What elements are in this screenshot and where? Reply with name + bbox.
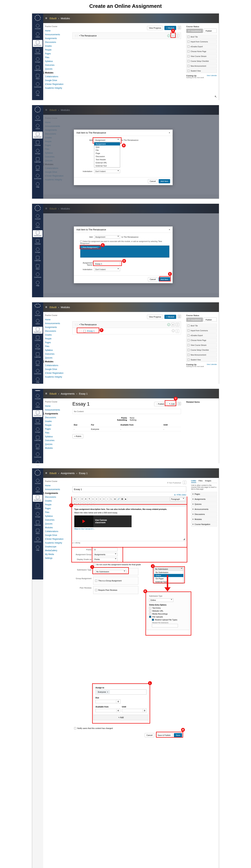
type-option[interactable]: Page <box>94 152 120 155</box>
status-item[interactable]: Course Setup Checklist <box>186 59 217 63</box>
type-dropdown: Assignment Quiz File Page Discussion Tex… <box>94 142 120 167</box>
links-item[interactable]: Quizzes <box>191 502 217 506</box>
cancel-button[interactable]: Cancel <box>145 733 154 737</box>
modules-kebab-icon[interactable]: ⋮ <box>178 26 181 29</box>
links-item[interactable]: Assignments <box>191 497 217 501</box>
page-title: Create an Online Assignment <box>0 0 251 13</box>
tab-files[interactable]: Files <box>198 479 202 483</box>
status-item[interactable]: View Course Stream <box>186 54 217 58</box>
type-option[interactable]: Discussion <box>94 155 120 158</box>
link-icon[interactable]: 🔗 <box>117 497 120 500</box>
cn-discussions[interactable]: Discussions <box>45 41 67 43</box>
type-select[interactable]: Assignment <box>94 235 120 239</box>
canvas-logo-icon[interactable] <box>35 15 41 21</box>
cn-gdrive[interactable]: Google Drive <box>45 79 67 82</box>
nav-account[interactable]: Account <box>33 23 42 30</box>
underline-icon[interactable]: U <box>81 497 84 500</box>
view-calendar-link[interactable]: View Calendar <box>207 75 217 77</box>
coming-up-text: Nothing for the next week <box>186 77 217 79</box>
italic-icon[interactable]: I <box>77 497 80 500</box>
links-item[interactable]: Pages <box>191 492 217 496</box>
module-kebab-icon[interactable]: ⋮ <box>176 34 179 37</box>
cn-people[interactable]: People <box>45 49 67 51</box>
assignment-title-input[interactable] <box>72 487 186 492</box>
cn-syllabus[interactable]: Syllabus <box>45 60 67 62</box>
status-item[interactable]: Import from Commons <box>186 39 217 44</box>
view-progress-button[interactable]: View Progress <box>147 26 163 30</box>
notify-checkbox[interactable] <box>74 727 76 729</box>
cn-integrity[interactable]: Academic Integrity <box>45 87 67 89</box>
crumb-modules[interactable]: Modules <box>61 17 70 20</box>
type-option[interactable]: File <box>94 149 120 152</box>
callout-b: B <box>122 144 126 147</box>
group-checkbox[interactable] <box>95 580 97 582</box>
crumb-course[interactable]: Educ8 <box>50 17 57 20</box>
cn-iclicker[interactable]: iClicker Registration <box>45 83 67 85</box>
cn-quizzes[interactable]: Quizzes <box>45 68 67 70</box>
tab-links[interactable]: Links <box>191 479 196 483</box>
media-icon[interactable]: ▶ <box>124 497 127 500</box>
nav-admin[interactable]: Admin <box>33 32 42 38</box>
cancel-button[interactable]: Cancel <box>148 179 158 183</box>
indent-select[interactable]: Don't Indent <box>94 169 120 173</box>
cancel-button[interactable]: Cancel <box>148 277 158 281</box>
cn-pages[interactable]: Pages <box>45 53 67 55</box>
publish-button[interactable]: ○Publish <box>154 402 166 406</box>
links-item[interactable]: Announcements <box>191 507 217 512</box>
html-editor-link[interactable]: 🗎HTML Editor <box>174 494 186 496</box>
callout-g: G <box>174 397 178 401</box>
cn-modules[interactable]: Modules <box>43 71 67 74</box>
cn-collab[interactable]: Collaborations <box>45 75 67 78</box>
nav-commons[interactable]: Commons <box>33 82 42 89</box>
nav-groups[interactable]: Groups <box>33 57 42 64</box>
indent-label: Indentation: <box>77 170 93 173</box>
type-option[interactable]: External URL <box>94 161 120 164</box>
type-option[interactable]: Assignment <box>94 142 120 146</box>
status-item[interactable]: New Announcement <box>186 64 217 68</box>
bold-icon[interactable]: B <box>73 497 76 500</box>
close-icon[interactable]: × <box>169 131 170 134</box>
type-option[interactable]: Quiz <box>94 146 120 149</box>
plus-icon <box>187 36 190 38</box>
indent-select[interactable]: Don't Indent <box>94 268 120 271</box>
image-icon[interactable]: 🖼 <box>121 497 124 500</box>
status-item[interactable]: eGrades Export <box>186 44 217 49</box>
nocount-checkbox[interactable] <box>93 563 95 566</box>
links-item[interactable]: Discussions <box>191 512 217 517</box>
canvas-logo-icon[interactable] <box>35 106 41 113</box>
drag-icon[interactable]: ⋮⋮ <box>74 35 78 37</box>
color-icon[interactable]: A <box>84 497 87 500</box>
screenshot-6: Account Admin Dashboard Courses Groups C… <box>32 468 219 868</box>
nav-dashboard[interactable]: Dashboard <box>33 40 42 47</box>
hamburger-icon[interactable]: ≡ <box>45 17 47 20</box>
callout-c: C <box>101 243 105 247</box>
publish-button[interactable]: Publish <box>203 29 217 33</box>
unpublished-button[interactable]: ⊘Unpublished <box>186 29 203 33</box>
add-rubric-button[interactable]: + Rubric <box>72 434 83 438</box>
peer-checkbox[interactable] <box>95 589 97 591</box>
status-item[interactable]: Choose Home Page <box>186 49 217 54</box>
status-item[interactable]: Airoi! Tile <box>186 35 217 39</box>
type-option[interactable]: External Tool <box>94 164 120 167</box>
tab-images[interactable]: Images <box>205 479 211 483</box>
add-item-submit[interactable]: Add Item <box>159 179 170 183</box>
close-icon[interactable]: × <box>169 228 170 231</box>
links-item[interactable]: Course Navigation <box>191 522 217 527</box>
nav-inbox[interactable]: Inbox <box>33 73 42 80</box>
export-icon <box>187 45 190 48</box>
nav-help[interactable]: Help <box>33 90 42 97</box>
publish-status-icon[interactable]: ✓ <box>167 34 170 37</box>
cn-announcements[interactable]: Announcements <box>45 33 67 36</box>
cn-grades[interactable]: Grades <box>45 45 67 47</box>
callout-l: L <box>148 681 152 685</box>
cn-files[interactable]: Files <box>45 56 67 59</box>
links-item[interactable]: Modules <box>191 517 217 522</box>
nav-calendar[interactable]: Calendar <box>33 65 42 72</box>
type-option[interactable]: Text Header <box>94 158 120 161</box>
cn-home[interactable]: Home <box>45 30 67 32</box>
status-title: Course Status <box>186 26 217 28</box>
cn-assignments[interactable]: Assignments <box>45 37 67 39</box>
cn-outcomes[interactable]: Outcomes <box>45 64 67 66</box>
nav-courses[interactable]: Courses <box>33 48 42 55</box>
status-item[interactable]: Student View <box>186 69 217 73</box>
